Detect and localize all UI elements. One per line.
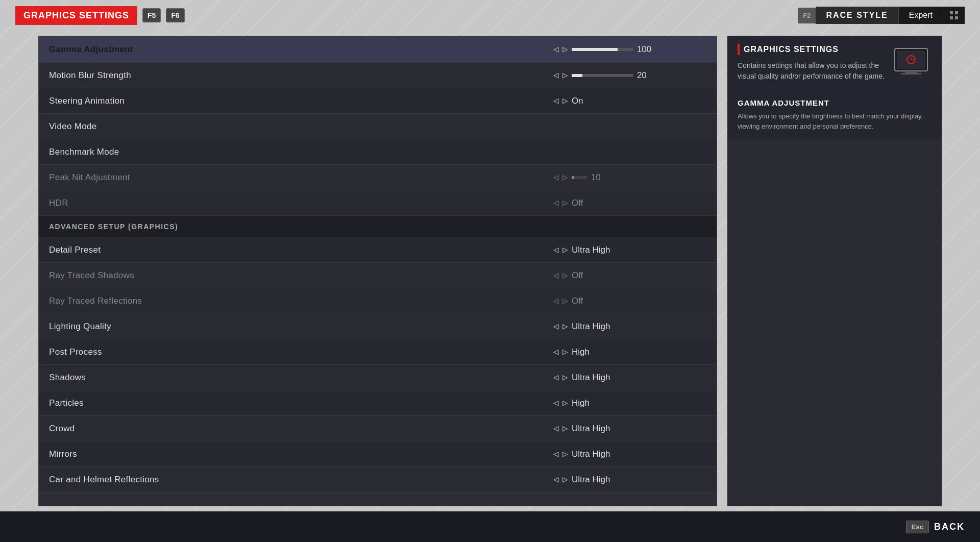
setting-name-mirrors: Mirrors [49, 449, 553, 459]
setting-name-ray_reflections: Ray Traced Reflections [49, 296, 553, 306]
setting-value-hdr: Off [572, 198, 612, 208]
setting-value-lighting: Ultra High [572, 322, 612, 332]
back-label: BACK [934, 522, 965, 532]
gamma-info: GAMMA ADJUSTMENT Allows you to specify t… [727, 90, 942, 139]
f2-key[interactable]: F2 [798, 8, 816, 23]
arrows-ray_shadows[interactable]: ◁ ▷ [553, 272, 568, 280]
setting-name-peak_nit: Peak Nit Adjustment [49, 173, 553, 183]
arrows-hdr[interactable]: ◁ ▷ [553, 199, 568, 207]
arrows-mirrors[interactable]: ◁ ▷ [553, 450, 568, 458]
setting-row-hdr[interactable]: HDR◁ ▷Off [39, 190, 717, 216]
top-bar: Graphics Settings F5 F6 F2 RACE STYLE Ex… [0, 0, 980, 31]
esc-key[interactable]: Esc [906, 521, 929, 533]
setting-name-gamma: Gamma Adjustment [49, 44, 553, 55]
setting-control-steering[interactable]: ◁ ▷On [553, 96, 706, 106]
top-right: F2 RACE STYLE Expert [798, 7, 965, 24]
setting-row-ray_reflections[interactable]: Ray Traced Reflections◁ ▷Off [39, 288, 717, 314]
grid-icon[interactable] [943, 7, 965, 24]
setting-name-post_process: Post Process [49, 347, 553, 357]
setting-value-peak_nit: 10 [591, 173, 632, 183]
setting-name-ray_shadows: Ray Traced Shadows [49, 270, 553, 281]
small-fill-peak_nit [572, 176, 574, 179]
setting-row-post_process[interactable]: Post Process◁ ▷High [39, 339, 717, 365]
arrows-ray_reflections[interactable]: ◁ ▷ [553, 297, 568, 305]
setting-row-particles[interactable]: Particles◁ ▷High [39, 390, 717, 416]
setting-control-motion_blur[interactable]: ◁ ▷20 [553, 70, 706, 81]
setting-value-post_process: High [572, 347, 612, 357]
setting-name-car_helmet: Car and Helmet Reflections [49, 475, 553, 485]
setting-value-motion_blur: 20 [637, 70, 678, 81]
setting-row-motion_blur[interactable]: Motion Blur Strength◁ ▷20 [39, 63, 717, 88]
setting-control-ray_reflections[interactable]: ◁ ▷Off [553, 296, 706, 306]
setting-control-post_process[interactable]: ◁ ▷High [553, 347, 706, 357]
setting-control-lighting[interactable]: ◁ ▷Ultra High [553, 322, 706, 332]
arrows-detail_preset[interactable]: ◁ ▷ [553, 246, 568, 254]
settings-panel[interactable]: Gamma Adjustment◁ ▷100Motion Blur Streng… [38, 36, 717, 506]
slider-track-motion_blur[interactable] [572, 74, 633, 77]
setting-control-ray_shadows[interactable]: ◁ ▷Off [553, 270, 706, 281]
info-top: GRAPHICS SETTINGS Contains settings that… [727, 36, 942, 90]
setting-name-adv_header: ADVANCED SETUP (GRAPHICS) [49, 223, 706, 231]
monitor-icon [891, 46, 932, 84]
setting-control-car_helmet[interactable]: ◁ ▷Ultra High [553, 475, 706, 485]
svg-rect-3 [955, 16, 958, 19]
f6-key[interactable]: F6 [166, 8, 184, 22]
back-button[interactable]: Esc BACK [906, 521, 965, 533]
arrows-post_process[interactable]: ◁ ▷ [553, 348, 568, 356]
setting-row-mirrors[interactable]: Mirrors◁ ▷Ultra High [39, 441, 717, 467]
setting-row-shadows[interactable]: Shadows◁ ▷Ultra High [39, 365, 717, 390]
setting-name-lighting: Lighting Quality [49, 322, 553, 332]
setting-value-shadows: Ultra High [572, 373, 612, 383]
setting-row-peak_nit[interactable]: Peak Nit Adjustment◁ ▷10 [39, 165, 717, 190]
setting-row-steering[interactable]: Steering Animation◁ ▷On [39, 88, 717, 114]
setting-row-adv_header: ADVANCED SETUP (GRAPHICS) [39, 216, 717, 237]
setting-row-benchmark[interactable]: Benchmark Mode [39, 139, 717, 165]
info-panel: GRAPHICS SETTINGS Contains settings that… [727, 36, 942, 506]
setting-row-gamma[interactable]: Gamma Adjustment◁ ▷100 [39, 36, 717, 63]
arrows-lighting[interactable]: ◁ ▷ [553, 323, 568, 331]
gamma-title: GAMMA ADJUSTMENT [738, 98, 932, 107]
svg-rect-9 [905, 71, 917, 73]
setting-control-mirrors[interactable]: ◁ ▷Ultra High [553, 449, 706, 459]
setting-row-video_mode[interactable]: Video Mode [39, 114, 717, 139]
setting-row-detail_preset[interactable]: Detail Preset◁ ▷Ultra High [39, 237, 717, 263]
setting-row-ray_shadows[interactable]: Ray Traced Shadows◁ ▷Off [39, 263, 717, 288]
setting-name-steering: Steering Animation [49, 96, 553, 106]
arrows-particles[interactable]: ◁ ▷ [553, 399, 568, 407]
setting-control-peak_nit[interactable]: ◁ ▷10 [553, 173, 706, 183]
setting-value-mirrors: Ultra High [572, 449, 612, 459]
bottom-bar: Esc BACK [0, 511, 980, 542]
setting-name-hdr: HDR [49, 198, 553, 208]
svg-rect-0 [950, 11, 953, 14]
setting-control-detail_preset[interactable]: ◁ ▷Ultra High [553, 245, 706, 255]
arrows-crowd[interactable]: ◁ ▷ [553, 425, 568, 433]
arrows-car_helmet[interactable]: ◁ ▷ [553, 476, 568, 484]
f5-key[interactable]: F5 [142, 8, 161, 22]
setting-control-shadows[interactable]: ◁ ▷Ultra High [553, 373, 706, 383]
arrows-peak_nit[interactable]: ◁ ▷ [553, 174, 568, 182]
top-left: Graphics Settings F5 F6 [15, 6, 185, 25]
setting-name-shadows: Shadows [49, 373, 553, 383]
setting-control-crowd[interactable]: ◁ ▷Ultra High [553, 424, 706, 434]
setting-row-lighting[interactable]: Lighting Quality◁ ▷Ultra High [39, 314, 717, 339]
setting-value-particles: High [572, 398, 612, 408]
gamma-desc: Allows you to specify the brightness to … [738, 111, 932, 131]
slider-track-gamma[interactable] [572, 48, 633, 51]
setting-row-crowd[interactable]: Crowd◁ ▷Ultra High [39, 416, 717, 441]
arrows-gamma[interactable]: ◁ ▷ [553, 45, 568, 54]
setting-value-car_helmet: Ultra High [572, 475, 612, 485]
setting-name-motion_blur: Motion Blur Strength [49, 70, 553, 81]
setting-row-car_helmet[interactable]: Car and Helmet Reflections◁ ▷Ultra High [39, 467, 717, 492]
setting-value-crowd: Ultra High [572, 424, 612, 434]
slider-fill-motion_blur [572, 74, 583, 77]
info-description: Contains settings that allow you to adju… [738, 60, 886, 82]
setting-value-ray_reflections: Off [572, 296, 612, 306]
arrows-steering[interactable]: ◁ ▷ [553, 97, 568, 105]
arrows-motion_blur[interactable]: ◁ ▷ [553, 71, 568, 80]
arrows-shadows[interactable]: ◁ ▷ [553, 374, 568, 382]
setting-control-particles[interactable]: ◁ ▷High [553, 398, 706, 408]
expert-label: Expert [898, 7, 943, 24]
small-slider-peak_nit[interactable] [572, 176, 587, 179]
setting-control-gamma[interactable]: ◁ ▷100 [553, 44, 706, 55]
setting-control-hdr[interactable]: ◁ ▷Off [553, 198, 706, 208]
